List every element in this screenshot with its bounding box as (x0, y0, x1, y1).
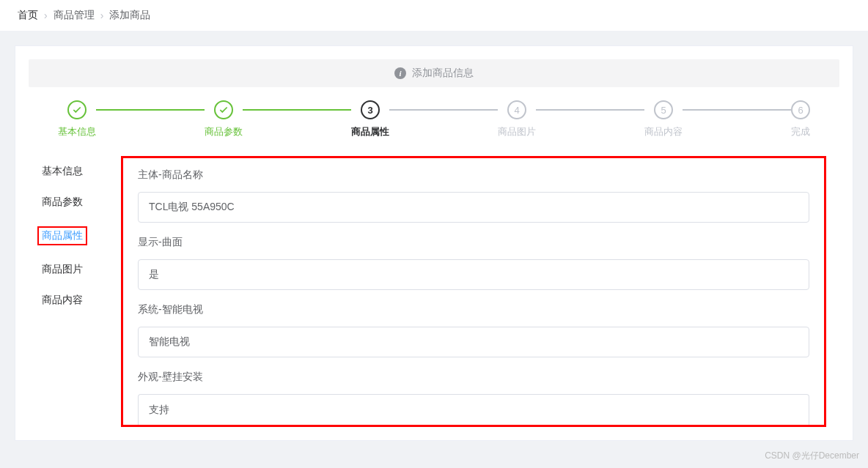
tab-product-images[interactable]: 商品图片 (42, 254, 115, 285)
step-product-images: 4 商品图片 (498, 100, 536, 138)
system-smart-tv-input[interactable] (138, 327, 809, 357)
watermark: CSDN @光仔December (765, 450, 859, 456)
field-label: 主体-商品名称 (138, 168, 809, 182)
step-product-params: 商品参数 (205, 100, 243, 138)
step-line (96, 109, 205, 111)
info-icon: i (394, 67, 406, 79)
step-finish: 6 完成 (791, 100, 810, 138)
info-alert: i 添加商品信息 (29, 59, 839, 87)
check-icon (67, 100, 87, 119)
alert-text: 添加商品信息 (412, 67, 474, 80)
product-name-input[interactable] (138, 192, 809, 223)
step-number: 4 (507, 100, 526, 119)
step-product-attrs: 3 商品属性 (351, 100, 389, 138)
step-line (536, 109, 644, 111)
breadcrumb: 首页 › 商品管理 › 添加商品 (0, 0, 868, 31)
wall-mount-input[interactable] (138, 394, 809, 425)
form-group-smart-tv: 系统-智能电视 (138, 303, 809, 357)
form-group-name: 主体-商品名称 (138, 168, 809, 223)
field-label: 系统-智能电视 (138, 303, 809, 316)
step-number: 6 (791, 100, 810, 119)
step-label: 商品内容 (644, 125, 683, 138)
breadcrumb-home[interactable]: 首页 (18, 9, 38, 22)
breadcrumb-manage[interactable]: 商品管理 (54, 9, 95, 22)
step-number: 5 (654, 100, 673, 119)
tab-label-highlight: 商品属性 (37, 226, 87, 245)
steps-bar: 基本信息 商品参数 3 商品属性 4 商品图片 5 商品内容 (29, 100, 839, 156)
breadcrumb-add: 添加商品 (109, 9, 150, 22)
step-product-content: 5 商品内容 (644, 100, 683, 138)
form-panel: 主体-商品名称 显示-曲面 系统-智能电视 外观-壁挂安装 (121, 156, 826, 427)
form-group-curved: 显示-曲面 (138, 236, 809, 290)
tab-product-attrs[interactable]: 商品属性 (42, 218, 115, 254)
step-label: 商品参数 (205, 125, 243, 138)
step-number: 3 (361, 100, 380, 119)
display-curved-input[interactable] (138, 259, 809, 290)
field-label: 外观-壁挂安装 (138, 371, 809, 384)
step-label: 基本信息 (58, 125, 96, 138)
step-line (683, 109, 791, 111)
step-line (243, 109, 351, 111)
step-label: 商品图片 (498, 125, 536, 138)
chevron-right-icon: › (100, 10, 104, 21)
check-icon (214, 100, 233, 119)
step-label: 完成 (791, 125, 810, 138)
tab-basic-info[interactable]: 基本信息 (42, 156, 115, 187)
step-basic-info: 基本信息 (58, 100, 96, 138)
main-card: i 添加商品信息 基本信息 商品参数 3 商品属性 (15, 45, 853, 441)
step-line (389, 109, 498, 111)
chevron-right-icon: › (44, 10, 48, 21)
form-group-wall-mount: 外观-壁挂安装 (138, 371, 809, 425)
step-label: 商品属性 (351, 125, 389, 138)
field-label: 显示-曲面 (138, 236, 809, 249)
tab-product-params[interactable]: 商品参数 (42, 187, 115, 218)
tab-product-content[interactable]: 商品内容 (42, 285, 115, 316)
side-tabs: 基本信息 商品参数 商品属性 商品图片 商品内容 (42, 156, 115, 427)
